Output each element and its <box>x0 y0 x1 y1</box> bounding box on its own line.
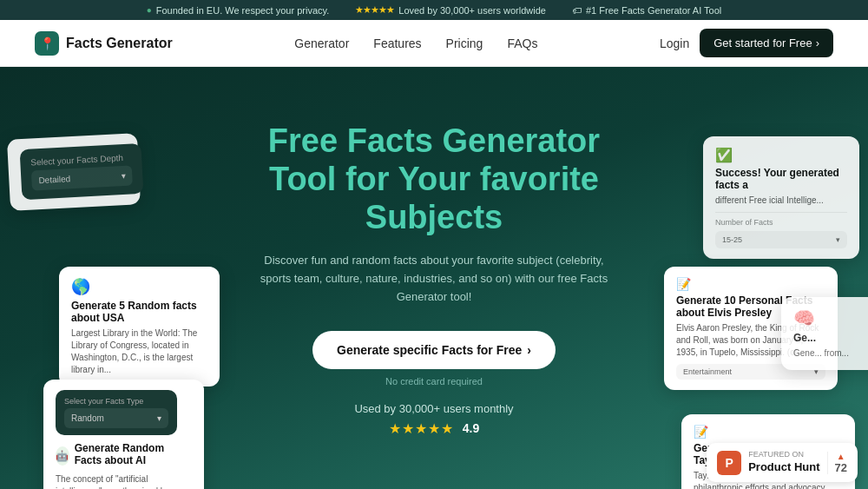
num-facts-select[interactable]: 15-25 ▾ <box>715 231 847 248</box>
tag-icon: 🏷 <box>572 5 582 16</box>
card-success: ✅ Success! Your generated facts a differ… <box>703 136 859 259</box>
product-hunt-badge[interactable]: P FEATURED ON Product Hunt ▲ 72 <box>707 443 858 482</box>
hero-center: Free Facts Generator Tool for Your favor… <box>252 122 616 436</box>
num-facts-value: 15-25 <box>722 235 742 244</box>
hero-users-text: Used by 30,000+ users monthly <box>252 402 616 415</box>
hero-rating: 4.9 <box>463 421 479 435</box>
chevron-down-icon: ▾ <box>121 171 126 181</box>
usa-icon: 🌎 <box>71 277 207 296</box>
top-bar-tag: 🏷 #1 Free Facts Generator AI Tool <box>572 5 721 16</box>
logo-text: Facts Generator <box>66 36 173 51</box>
num-facts-label: Number of Facts <box>715 218 847 227</box>
gen-right-title: Ge... <box>793 332 868 344</box>
success-title: Success! Your generated facts a <box>715 167 847 191</box>
nav-pricing[interactable]: Pricing <box>446 36 483 50</box>
ai-type-value: Random <box>71 413 104 423</box>
hero-cta-button[interactable]: Generate specific Facts for Free › <box>312 331 556 369</box>
success-check-icon: ✅ <box>715 147 847 163</box>
eu-text: Founded in EU. We respect your privacy. <box>156 5 330 16</box>
card-ai: Select your Facts Type Random ▾ 🤖 Genera… <box>43 380 204 489</box>
ph-number: 72 <box>835 461 847 474</box>
depth-value: Detailed <box>38 174 70 185</box>
hero-subtitle: Discover fun and random facts about your… <box>252 252 616 306</box>
nav-actions: Login Get started for Free › <box>660 29 833 57</box>
cta-arrow: › <box>816 36 819 50</box>
card-tech: Select your Facts Depth Detailed ▾ <box>7 133 141 211</box>
hero: Select your Facts Depth Detailed ▾ 🌎 Gen… <box>0 67 868 489</box>
gen-right-icon: 🧠 <box>793 307 868 328</box>
hero-title-line1: Free Facts Generator <box>268 122 600 159</box>
top-stars: ★★★★★ <box>355 4 394 16</box>
nav-faqs[interactable]: FAQs <box>507 36 537 50</box>
ph-featured-text: FEATURED ON <box>748 450 804 459</box>
elvis-icon: 📝 <box>676 277 825 291</box>
ai-body: The concept of "artificial intelligence"… <box>56 473 192 489</box>
navbar: 📍 Facts Generator Generator Features Pri… <box>0 20 868 67</box>
product-hunt-logo: P <box>717 451 741 475</box>
logo[interactable]: 📍 Facts Generator <box>35 31 173 56</box>
gen-right-body: Gene... from... <box>793 347 868 360</box>
usa-body: Largest Library in the World: The Librar… <box>71 327 207 376</box>
depth-label: Select your Facts Depth <box>30 153 131 168</box>
ph-arrow-icon: ▲ <box>837 452 845 461</box>
cta-label: Get started for Free <box>713 36 812 50</box>
hero-title-line2: Tool for Your favorite <box>269 161 599 197</box>
ai-title: Generate Random Facts about AI <box>75 442 192 466</box>
login-button[interactable]: Login <box>660 36 689 50</box>
ai-type-label: Select your Facts Type <box>64 397 168 406</box>
logo-icon: 📍 <box>35 31 59 56</box>
ai-card-icon: 🤖 <box>56 446 69 466</box>
success-body: different Free icial Intellige... <box>715 195 847 207</box>
top-bar-eu: ● Founded in EU. We respect your privacy… <box>147 5 330 16</box>
chevron-down-icon: ▾ <box>836 235 840 244</box>
hero-title-line3: Subjects <box>365 199 503 235</box>
elvis-cat-value: Entertainment <box>683 367 732 376</box>
ph-name: Product Hunt <box>748 460 819 475</box>
card-tech-inner: Select your Facts Depth Detailed ▾ <box>20 143 144 200</box>
hero-stars: ★★★★★ <box>389 420 454 437</box>
card-usa: 🌎 Generate 5 Random facts about USA Larg… <box>59 267 220 387</box>
ph-text: FEATURED ON Product Hunt <box>748 450 819 475</box>
nav-links: Generator Features Pricing FAQs <box>294 36 537 50</box>
depth-select[interactable]: Detailed ▾ <box>31 165 133 190</box>
top-bar: ● Founded in EU. We respect your privacy… <box>0 0 868 20</box>
hero-cta-label: Generate specific Facts for Free <box>337 343 522 357</box>
hero-title: Free Facts Generator Tool for Your favor… <box>252 122 616 236</box>
top-bar-rating: ★★★★★ Loved by 30,000+ users worldwide <box>355 4 546 16</box>
hero-cta-note: No credit card required <box>252 376 616 387</box>
taylor-icon: 📝 <box>694 425 843 439</box>
usa-title: Generate 5 Random facts about USA <box>71 300 207 324</box>
rating-text: Loved by 30,000+ users worldwide <box>398 5 546 16</box>
ai-type-select[interactable]: Random ▾ <box>64 408 168 428</box>
ph-count: ▲ 72 <box>827 452 847 474</box>
eu-dot: ● <box>147 5 152 15</box>
get-started-button[interactable]: Get started for Free › <box>700 29 833 57</box>
chevron-down-icon: ▾ <box>157 413 161 423</box>
ai-type-inner: Select your Facts Type Random ▾ <box>56 390 177 435</box>
tag-text: #1 Free Facts Generator AI Tool <box>586 5 721 16</box>
nav-generator[interactable]: Generator <box>294 36 349 50</box>
card-gen-right: 🧠 Ge... Gene... from... <box>781 297 868 370</box>
hero-cta-arrow: › <box>527 343 531 357</box>
nav-features[interactable]: Features <box>373 36 421 50</box>
